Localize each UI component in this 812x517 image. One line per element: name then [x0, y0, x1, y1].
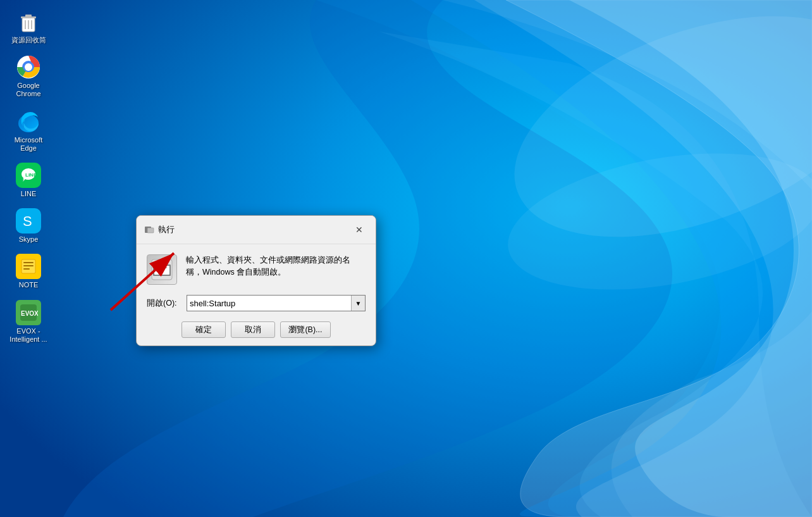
evox-label: EVOX - Intelligent ...: [9, 327, 48, 344]
recycle-bin-icon: [16, 9, 41, 34]
skype-label: Skype: [19, 235, 39, 244]
note-label: NOTE: [19, 281, 39, 289]
edge-icon: [16, 109, 41, 134]
svg-text:S: S: [23, 213, 32, 229]
note-icon: [16, 254, 41, 279]
svg-text:LINE: LINE: [25, 172, 37, 178]
desktop-icon-edge[interactable]: Microsoft Edge: [6, 106, 51, 155]
run-icon: [147, 254, 177, 285]
desktop: 資源回收筒 Google Chrome: [0, 0, 812, 517]
dialog-input-label: 開啟(O):: [147, 298, 181, 309]
chrome-label: Google Chrome: [9, 82, 48, 98]
dialog-close-button[interactable]: ✕: [350, 221, 368, 239]
evox-icon: EVOX: [16, 300, 41, 325]
browse-button[interactable]: 瀏覽(B)...: [280, 321, 330, 338]
line-label: LINE: [21, 190, 36, 198]
svg-rect-23: [147, 228, 154, 233]
svg-rect-28: [162, 267, 167, 268]
line-icon: LINE: [16, 163, 41, 188]
desktop-icons: 資源回收筒 Google Chrome: [6, 6, 51, 346]
ok-button[interactable]: 確定: [181, 321, 226, 338]
dropdown-button[interactable]: ▼: [351, 296, 365, 311]
desktop-icon-recycle-bin[interactable]: 資源回收筒: [6, 6, 51, 47]
chevron-down-icon: ▼: [355, 300, 362, 307]
run-input[interactable]: [187, 296, 351, 311]
desktop-icon-note[interactable]: NOTE: [6, 251, 51, 292]
cancel-button[interactable]: 取消: [231, 321, 275, 338]
desktop-icon-skype[interactable]: S Skype: [6, 206, 51, 246]
chrome-icon: [16, 54, 41, 80]
svg-rect-29: [156, 270, 159, 271]
svg-text:EVOX: EVOX: [21, 310, 38, 317]
svg-rect-17: [23, 262, 34, 263]
svg-rect-27: [156, 267, 161, 268]
dialog-top-section: 輸入程式、資料夾、文件或網際網路資源的名稱，Windows 會自動開啟。: [147, 254, 366, 285]
dialog-titlebar: 執行 ✕: [137, 216, 376, 244]
svg-point-11: [25, 63, 32, 71]
run-dialog-title-icon: [144, 225, 154, 235]
desktop-icon-chrome[interactable]: Google Chrome: [6, 52, 51, 101]
dialog-input-row: 開啟(O): ▼: [147, 295, 366, 311]
svg-rect-18: [23, 265, 34, 266]
dialog-buttons: 確定 取消 瀏覽(B)...: [147, 321, 366, 338]
dialog-input-container: ▼: [187, 295, 366, 311]
wallpaper: [0, 0, 812, 517]
dialog-description: 輸入程式、資料夾、文件或網際網路資源的名稱，Windows 會自動開啟。: [186, 254, 366, 278]
recycle-bin-label: 資源回收筒: [11, 36, 46, 44]
desktop-icon-line[interactable]: LINE LINE: [6, 160, 51, 201]
dialog-title: 執行: [158, 224, 350, 235]
svg-rect-19: [23, 268, 30, 270]
svg-rect-5: [25, 15, 32, 17]
run-dialog: 執行 ✕ 輸入程式、資料夾、文件或網際網路: [136, 215, 376, 346]
skype-icon: S: [16, 208, 41, 234]
edge-label: Microsoft Edge: [9, 136, 48, 153]
close-icon: ✕: [355, 225, 363, 235]
dialog-body: 輸入程式、資料夾、文件或網際網路資源的名稱，Windows 會自動開啟。 開啟(…: [137, 244, 376, 346]
desktop-icon-evox[interactable]: EVOX EVOX - Intelligent ...: [6, 297, 51, 346]
